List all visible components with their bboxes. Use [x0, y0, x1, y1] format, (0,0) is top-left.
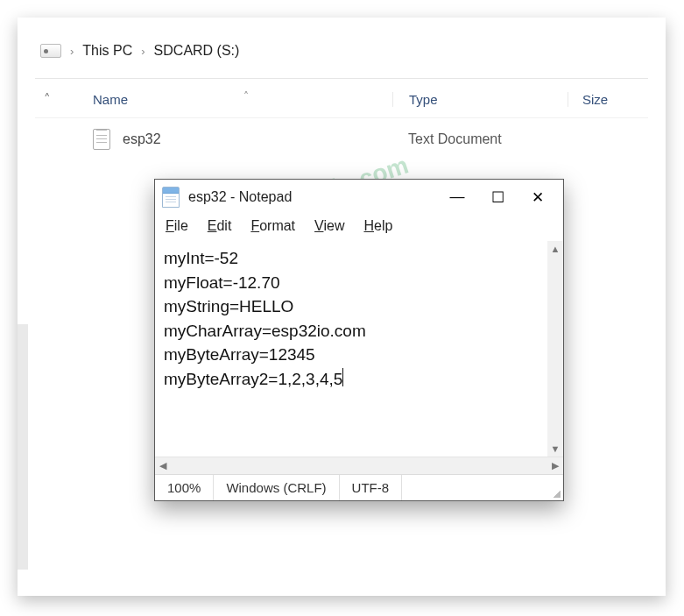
breadcrumb[interactable]: › This PC › SDCARD (S:) — [35, 39, 648, 62]
menu-view[interactable]: View — [314, 218, 344, 234]
horizontal-scrollbar[interactable]: ◀ ▶ — [155, 457, 563, 474]
resize-grip-icon[interactable] — [546, 475, 563, 500]
explorer-nav-edge — [18, 324, 28, 570]
menu-help[interactable]: Help — [363, 218, 392, 234]
column-header-type-label: Type — [409, 92, 438, 107]
scroll-up-icon[interactable]: ▲ — [547, 241, 563, 257]
scroll-left-icon[interactable]: ◀ — [155, 457, 171, 474]
file-row[interactable]: esp32 Text Document — [35, 118, 648, 160]
maximize-button[interactable]: ☐ — [477, 185, 518, 209]
column-header-name-label: Name — [93, 92, 128, 107]
file-name: esp32 — [123, 131, 161, 147]
chevron-right-icon: › — [70, 45, 74, 58]
sort-indicator-icon: ˄ — [243, 90, 249, 103]
text-line: myString=HELLO — [164, 294, 554, 319]
column-header-size-label: Size — [582, 92, 608, 107]
column-header-type[interactable]: Type — [392, 92, 568, 107]
text-line: myCharArray=esp32io.com — [164, 319, 554, 343]
breadcrumb-root[interactable]: This PC — [82, 43, 132, 59]
close-button[interactable]: ✕ — [518, 185, 558, 209]
menu-edit[interactable]: Edit — [208, 218, 232, 234]
titlebar[interactable]: esp32 - Notepad — ☐ ✕ — [155, 180, 563, 213]
statusbar: 100% Windows (CRLF) UTF-8 — [155, 474, 563, 500]
text-file-icon — [93, 129, 110, 150]
menu-file[interactable]: File — [166, 218, 188, 234]
column-headers: ˄ Name ˄ Type Size — [35, 79, 648, 118]
file-explorer: › This PC › SDCARD (S:) ˄ Name ˄ Type Si… — [35, 39, 648, 160]
status-eol: Windows (CRLF) — [214, 475, 339, 500]
text-line: myByteArray2=1,2,3,4,5 — [164, 367, 554, 392]
menubar: File Edit Format View Help — [155, 213, 563, 241]
text-line: myFloat=-12.70 — [164, 271, 554, 295]
text-cursor — [342, 368, 343, 386]
chevron-up-icon[interactable]: ˄ — [35, 91, 60, 107]
scroll-down-icon[interactable]: ▼ — [547, 441, 563, 457]
text-line: myByteArray=12345 — [164, 343, 554, 367]
notepad-icon — [162, 187, 180, 208]
status-zoom[interactable]: 100% — [155, 475, 214, 500]
text-line: myInt=-52 — [164, 246, 554, 271]
file-type: Text Document — [392, 131, 585, 147]
column-header-size[interactable]: Size — [568, 92, 620, 107]
text-area[interactable]: myInt=-52 myFloat=-12.70 myString=HELLO … — [155, 241, 563, 457]
status-encoding: UTF-8 — [340, 475, 403, 500]
column-header-name[interactable]: Name ˄ — [60, 92, 392, 107]
menu-format[interactable]: Format — [250, 218, 295, 234]
scroll-right-icon[interactable]: ▶ — [547, 457, 563, 474]
chevron-right-icon: › — [141, 45, 145, 58]
window-title: esp32 - Notepad — [188, 189, 428, 205]
vertical-scrollbar[interactable]: ▲ ▼ — [547, 241, 563, 457]
minimize-button[interactable]: — — [437, 185, 477, 209]
notepad-window: esp32 - Notepad — ☐ ✕ File Edit Format V… — [154, 179, 564, 501]
breadcrumb-drive[interactable]: SDCARD (S:) — [154, 43, 240, 59]
drive-icon — [40, 44, 61, 58]
